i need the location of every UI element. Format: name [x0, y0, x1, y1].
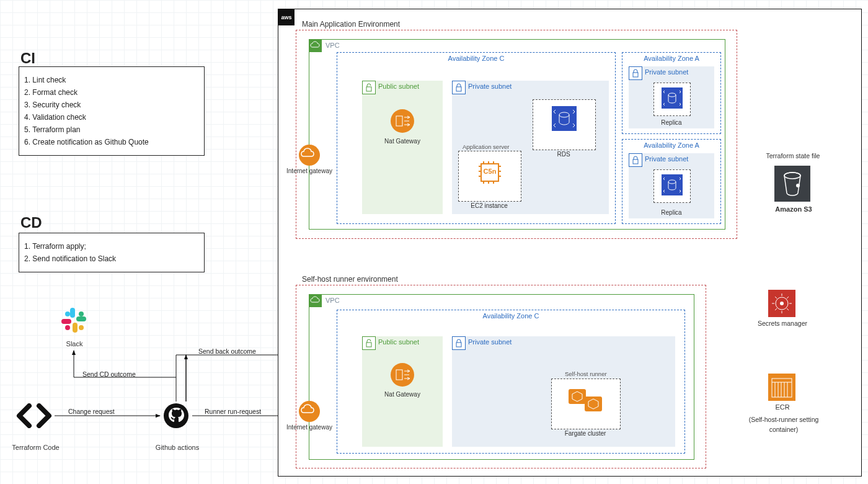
main-az-a1: Availability Zone A Private subnet Repli… — [622, 52, 721, 134]
lock-icon — [629, 66, 642, 80]
tf-state-lbl: Terraform state file — [759, 152, 827, 159]
private-subnet-selfhost: Private subnet Self-host runner Fargate … — [452, 336, 675, 447]
az-c-lbl2: Availability Zone C — [337, 312, 684, 320]
priv-lbl3: Private subnet — [468, 338, 512, 346]
arrow-label-send-back: Send back outcome — [198, 347, 256, 355]
lock-icon — [629, 153, 642, 167]
internet-gateway-icon — [298, 400, 321, 425]
internet-gateway-icon — [298, 144, 321, 169]
lock-icon — [452, 336, 466, 350]
main-vpc: VPC Internet gateway Availability Zone C… — [309, 39, 725, 230]
selfhost-env-title: Self-host runner environment — [302, 275, 398, 284]
fargate-icon — [567, 385, 604, 419]
s3-lbl: Amazon S3 — [761, 205, 826, 213]
s3-icon — [774, 166, 810, 204]
svg-rect-74 — [768, 374, 795, 401]
secrets-manager-icon — [768, 290, 795, 320]
vpc-label: VPC — [326, 42, 340, 49]
arrow-label-change-request: Change request — [68, 408, 115, 415]
fargate-lbl: Fargate cluster — [551, 430, 619, 437]
aws-logo-icon: aws — [278, 9, 294, 25]
private-subnet-main: Private subnet RDS Application server C5 — [452, 81, 609, 214]
priv-lbl-a2: Private subnet — [645, 155, 688, 163]
fargate-group — [551, 379, 621, 429]
c5n-lbl: C5n — [476, 168, 503, 175]
main-env: VPC Internet gateway Availability Zone C… — [296, 30, 737, 239]
ig-lbl2: Internet gateway — [281, 424, 337, 431]
aws-cloud: aws Main Application Environment VPC Int… — [278, 9, 862, 477]
rds-group — [533, 99, 596, 150]
selfhost-env: VPC Internet gateway Availability Zone C… — [296, 285, 706, 468]
rds-lbl: RDS — [533, 151, 595, 158]
selfhost-runner-lbl: Self-host runner — [565, 370, 607, 377]
arrow-label-send-cd: Send CD outcome — [82, 370, 136, 378]
rds-icon — [552, 106, 577, 133]
ecr-icon — [768, 374, 795, 403]
svg-point-62 — [796, 184, 800, 187]
svg-rect-47 — [633, 73, 638, 77]
replica-icon — [662, 174, 683, 195]
replica-icon — [662, 87, 683, 109]
svg-rect-57 — [456, 343, 461, 347]
public-subnet-lbl: Public subnet — [378, 83, 419, 90]
nat-lbl: Nat Gateway — [362, 138, 443, 145]
ec2-group: C5n — [458, 151, 521, 202]
appserver-lbl: Application server — [463, 143, 510, 150]
vpc-chip-icon — [309, 295, 322, 307]
replica-group-1 — [653, 83, 691, 116]
vpc-lbl2: VPC — [326, 297, 340, 304]
az-a-lbl2: Availability Zone A — [622, 141, 720, 149]
main-env-title: Main Application Environment — [302, 20, 400, 29]
az-c-label: Availability Zone C — [337, 55, 615, 62]
svg-point-65 — [780, 302, 784, 305]
replica-group-2 — [653, 169, 691, 203]
lock-icon — [362, 336, 376, 350]
nat-gateway-icon — [390, 109, 415, 136]
main-az-a2: Availability Zone A Private subnet Repli… — [622, 139, 721, 224]
selfhost-az-c: Availability Zone C Public subnet Nat Ga… — [337, 310, 685, 454]
ecr-sub-lbl: (Self-host-runner setting container) — [737, 415, 830, 435]
replica-lbl1: Replica — [629, 119, 714, 126]
selfhost-vpc: VPC Internet gateway Availability Zone C… — [309, 294, 694, 460]
lock-icon — [362, 81, 376, 94]
lock-icon — [452, 81, 466, 94]
private-subnet-a1: Private subnet Replica — [629, 66, 714, 128]
az-a-lbl1: Availability Zone A — [622, 55, 720, 62]
public-subnet-selfhost: Public subnet Nat Gateway — [362, 336, 443, 447]
svg-rect-31 — [456, 87, 461, 91]
ec2-icon: C5n — [476, 159, 503, 189]
ec2-lbl: EC2 instance — [458, 202, 520, 209]
main-az-c: Availability Zone C Public subnet Nat Ga… — [337, 52, 616, 224]
svg-rect-60 — [774, 166, 810, 202]
private-subnet-a2: Private subnet Replica — [629, 153, 714, 218]
private-subnet-lbl: Private subnet — [468, 83, 512, 90]
pub-lbl2: Public subnet — [378, 338, 419, 346]
svg-rect-50 — [633, 159, 638, 164]
replica-lbl2: Replica — [629, 209, 714, 216]
ecr-lbl: ECR — [750, 403, 815, 411]
vpc-chip-icon — [309, 40, 322, 52]
secrets-lbl: Secrets manager — [750, 320, 815, 327]
priv-lbl-a1: Private subnet — [645, 68, 688, 76]
nat-gateway-icon — [390, 362, 415, 390]
internet-gateway-label: Internet gateway — [281, 168, 337, 174]
svg-rect-54 — [366, 343, 371, 347]
arrow-label-runner-request: Runner run-request — [205, 408, 261, 415]
nat-lbl2: Nat Gateway — [362, 391, 443, 398]
public-subnet-main: Public subnet Nat Gateway — [362, 81, 443, 214]
svg-rect-28 — [366, 87, 371, 91]
